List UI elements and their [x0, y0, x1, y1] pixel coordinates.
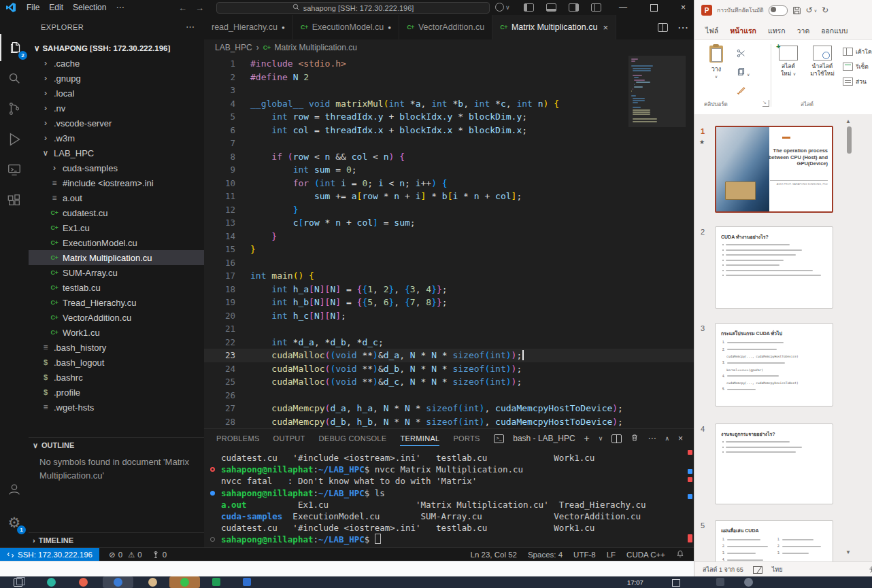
- new-slide-button[interactable]: + สไลด์ ใหม่ ∨: [775, 46, 802, 78]
- taskbar-app-icon[interactable]: [716, 578, 724, 586]
- taskbar-app-icon[interactable]: [114, 578, 122, 587]
- explorer-item[interactable]: $.profile: [29, 385, 204, 400]
- panel-tab-debug-console[interactable]: DEBUG CONSOLE: [319, 434, 387, 443]
- code-line[interactable]: 12 }: [204, 203, 694, 217]
- split-terminal-icon[interactable]: [611, 434, 622, 443]
- panel-more-actions-icon[interactable]: ⋯: [648, 434, 656, 443]
- explorer-item[interactable]: ›.gnupg: [29, 71, 204, 86]
- notification-center-icon[interactable]: [672, 579, 680, 587]
- code-line[interactable]: 9 int sum = 0;: [204, 163, 694, 177]
- eol-sequence[interactable]: LF: [607, 551, 616, 559]
- language-indicator[interactable]: ไทย: [772, 565, 783, 574]
- cursor-position[interactable]: Ln 23, Col 52: [471, 551, 517, 559]
- ppt-tab-วาด[interactable]: วาด: [797, 25, 810, 40]
- code-line[interactable]: 7: [204, 137, 694, 150]
- split-editor-icon[interactable]: [658, 23, 668, 32]
- taskbar-app-icon[interactable]: [47, 578, 56, 587]
- taskbar-app-icon[interactable]: [243, 578, 251, 586]
- taskbar-app-icon[interactable]: [212, 578, 220, 586]
- terminal-instance-label[interactable]: bash - LAB_HPC: [513, 434, 575, 443]
- notifications-bell-icon[interactable]: [676, 550, 684, 559]
- panel-tab-problems[interactable]: PROBLEMS: [216, 434, 260, 443]
- taskbar-clock[interactable]: 17:07: [627, 578, 643, 586]
- terminal-line[interactable]: cuda-samples ExecutionModel.cu SUM-Array…: [204, 511, 694, 522]
- explorer-item[interactable]: ›.local: [29, 86, 204, 101]
- remote-menu-icon[interactable]: ∨: [495, 3, 510, 12]
- maximize-button[interactable]: [650, 4, 658, 12]
- workspace-root[interactable]: ∨ SAHAPONG [SSH: 172.30.222.196]: [29, 41, 205, 56]
- cut-icon[interactable]: [737, 48, 750, 60]
- explorer-item[interactable]: ≡a.out: [29, 190, 204, 205]
- code-line[interactable]: 22 int *d_a, *d_b, *d_c;: [204, 336, 694, 349]
- terminal-line[interactable]: a.out Ex1.cu 'Matrix Multiplication.cu' …: [204, 499, 694, 511]
- code-line[interactable]: 28 cudaMemcpy(d_b, h_b, N * N * sizeof(i…: [204, 415, 694, 429]
- explorer-item[interactable]: C+Ex1.cu: [29, 220, 204, 235]
- taskbar-app-icon[interactable]: [744, 578, 753, 587]
- slide-thumbnail[interactable]: แผ่นสื่อเล่น CUDA1.2.3.4.1.2.3.: [715, 520, 833, 561]
- terminal-dropdown-icon[interactable]: ∨: [599, 435, 603, 442]
- code-line[interactable]: 19 int h_b[N][N] = {{5, 6}, {7, 8}};: [204, 296, 694, 309]
- editor-tab[interactable]: C+VectorAddition.cu: [399, 15, 492, 39]
- ppt-tab-แทรก[interactable]: แทรก: [768, 25, 786, 40]
- slide-thumbnail[interactable]: The operation process between CPU (Host)…: [715, 126, 833, 213]
- encoding[interactable]: UTF-8: [573, 551, 596, 559]
- copy-icon[interactable]: ∨: [737, 67, 750, 79]
- explorer-item[interactable]: ›.cache: [29, 56, 204, 71]
- panel-tab-output[interactable]: OUTPUT: [273, 434, 305, 443]
- task-view-icon[interactable]: [14, 578, 22, 587]
- accessibility-status[interactable]: ก: [868, 565, 872, 574]
- panel-tab-ports[interactable]: PORTS: [453, 434, 480, 443]
- explorer-more-actions-icon[interactable]: ⋯: [186, 22, 195, 32]
- accounts-icon[interactable]: [0, 476, 29, 503]
- remote-status-button[interactable]: SSH: 172.30.222.196: [0, 548, 99, 561]
- terminal-line[interactable]: sahapong@nillaphat:~/LAB_HPC$ nvcc Matri…: [204, 464, 694, 475]
- explorer-item[interactable]: $.bash_logout: [29, 355, 204, 370]
- code-line[interactable]: 21: [204, 322, 694, 336]
- explorer-item[interactable]: $.bashrc: [29, 370, 204, 385]
- close-button[interactable]: ×: [675, 3, 691, 12]
- code-line[interactable]: 20 int h_c[N][N];: [204, 309, 694, 323]
- explorer-item[interactable]: ›.vscode-server: [29, 116, 204, 131]
- terminal-line[interactable]: sahapong@nillaphat:~/LAB_HPC$ ls: [204, 487, 694, 499]
- section-button[interactable]: ส่วน: [843, 77, 872, 86]
- explorer-icon[interactable]: 2: [0, 34, 30, 61]
- code-line[interactable]: 5 int row = threadIdx.y + blockIdx.y * b…: [204, 110, 694, 124]
- kill-terminal-icon[interactable]: [631, 434, 639, 444]
- explorer-item[interactable]: ∨LAB_HPC: [29, 145, 204, 160]
- indentation[interactable]: Spaces: 4: [528, 551, 563, 559]
- close-tab-icon[interactable]: ×: [603, 22, 608, 33]
- panel-tab-terminal[interactable]: TERMINAL: [400, 434, 439, 446]
- code-line[interactable]: 26: [204, 389, 694, 402]
- problems-status[interactable]: ⊘0 ⚠0: [109, 550, 142, 559]
- toggle-sidebar-icon[interactable]: [524, 3, 534, 12]
- terminal-line[interactable]: cudatest.cu '#include <iostream>.ini' te…: [204, 452, 694, 464]
- remote-explorer-icon[interactable]: [0, 156, 29, 184]
- layout-button[interactable]: เค้าโครง: [843, 47, 872, 56]
- customize-layout-icon[interactable]: [591, 3, 601, 12]
- nav-forward-icon[interactable]: →: [195, 3, 204, 13]
- editor-tab[interactable]: read_Hierachy.cu●: [204, 15, 293, 39]
- code-line[interactable]: 17int main() {: [204, 269, 694, 283]
- explorer-item[interactable]: C+SUM-Array.cu: [29, 265, 204, 280]
- explorer-item[interactable]: C+testlab.cu: [29, 280, 204, 295]
- run-debug-icon[interactable]: [0, 126, 29, 153]
- code-line[interactable]: 25 cudaMalloc((void **)&d_c, N * N * siz…: [204, 375, 694, 389]
- reuse-slides-button[interactable]: นำสไลด์ มาใช้ใหม่: [805, 46, 840, 77]
- explorer-item[interactable]: C+Tread_Hierachy.cu: [29, 295, 204, 310]
- code-line[interactable]: 8 if (row < n && col < n) {: [204, 150, 694, 164]
- terminal-line[interactable]: cudatest.cu '#include <iostream>.ini' te…: [204, 522, 694, 534]
- explorer-item[interactable]: ›.nv: [29, 101, 204, 116]
- timeline-section-header[interactable]: › TIMELINE: [29, 532, 205, 547]
- code-line[interactable]: 14 }: [204, 230, 694, 243]
- menu-item[interactable]: ⋯: [111, 3, 129, 12]
- toggle-panel-icon[interactable]: [546, 3, 556, 12]
- code-line[interactable]: 3: [204, 84, 694, 97]
- autosave-toggle[interactable]: [769, 5, 788, 16]
- scroll-down-icon[interactable]: ▼: [845, 549, 851, 555]
- extensions-icon[interactable]: [0, 187, 29, 214]
- menu-item[interactable]: Selection: [68, 3, 111, 12]
- code-line[interactable]: 18 int h_a[N][N] = {{1, 2}, {3, 4}};: [204, 283, 694, 296]
- code-line[interactable]: 24 cudaMalloc((void **)&d_b, N * N * siz…: [204, 362, 694, 376]
- search-view-icon[interactable]: [0, 65, 29, 92]
- ppt-tab-ออกแบบ[interactable]: ออกแบบ: [821, 25, 848, 40]
